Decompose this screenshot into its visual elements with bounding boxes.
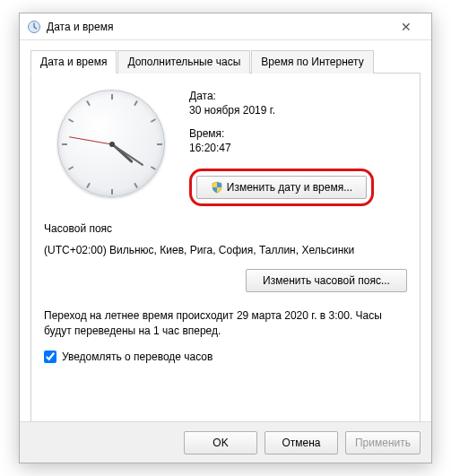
dst-notify-label: Уведомлять о переводе часов: [62, 351, 212, 363]
second-hand: [69, 136, 111, 144]
dialog-footer: OK Отмена Применить: [20, 421, 431, 463]
tab-date-time[interactable]: Дата и время: [30, 50, 117, 74]
change-timezone-button[interactable]: Изменить часовой пояс...: [246, 269, 407, 292]
date-label: Дата:: [189, 90, 407, 102]
minute-hand: [111, 143, 143, 166]
change-date-time-label: Изменить дату и время...: [227, 181, 352, 194]
ok-button[interactable]: OK: [184, 431, 257, 454]
highlight-annotation: Изменить дату и время...: [189, 169, 374, 206]
cancel-button[interactable]: Отмена: [265, 431, 338, 454]
window-title: Дата и время: [47, 21, 388, 33]
change-timezone-label: Изменить часовой пояс...: [263, 274, 390, 287]
dst-notify-checkbox[interactable]: [44, 351, 56, 363]
dst-notify-row[interactable]: Уведомлять о переводе часов: [44, 351, 407, 363]
analog-clock: [57, 90, 165, 197]
tab-additional-clocks[interactable]: Дополнительные часы: [117, 50, 250, 74]
titlebar: Дата и время ✕: [20, 13, 431, 40]
timezone-heading: Часовой пояс: [44, 222, 407, 235]
time-value: 16:20:47: [189, 142, 407, 154]
timezone-value: (UTC+02:00) Вильнюс, Киев, Рига, София, …: [44, 244, 407, 256]
close-button[interactable]: ✕: [388, 14, 424, 39]
tab-strip: Дата и время Дополнительные часы Время п…: [30, 49, 421, 74]
dst-info-text: Переход на летнее время происходит 29 ма…: [44, 308, 407, 340]
shield-icon: [211, 181, 223, 194]
dialog-window: Дата и время ✕ Дата и время Дополнительн…: [19, 13, 432, 463]
tab-panel: Дата: 30 ноября 2019 г. Время: 16:20:47 …: [30, 74, 421, 436]
clock-icon: [27, 20, 41, 34]
change-date-time-button[interactable]: Изменить дату и время...: [196, 176, 367, 199]
tab-internet-time[interactable]: Время по Интернету: [251, 50, 373, 74]
client-area: Дата и время Дополнительные часы Время п…: [20, 40, 431, 436]
apply-button[interactable]: Применить: [345, 431, 421, 454]
time-label: Время:: [189, 127, 407, 140]
date-value: 30 ноября 2019 г.: [189, 104, 407, 117]
